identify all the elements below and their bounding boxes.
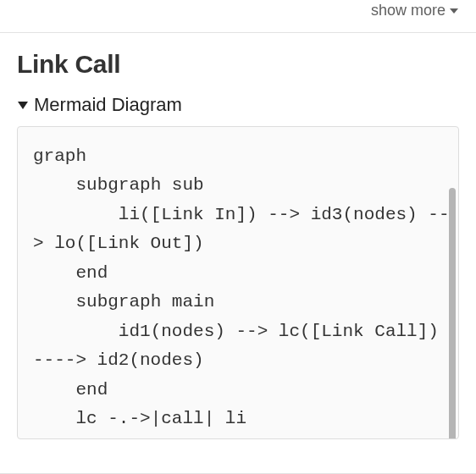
show-more-label: show more [371,2,446,19]
show-more-toggle[interactable]: show more [371,2,459,19]
code-text: graph subgraph sub li([Link In]) --> id3… [33,142,451,439]
section-container: Link Call Mermaid Diagram graph subgraph… [0,32,476,474]
details-summary-label: Mermaid Diagram [34,94,182,116]
details-summary[interactable]: Mermaid Diagram [17,94,459,116]
triangle-down-icon [17,99,29,111]
scrollbar-thumb[interactable] [449,188,456,439]
section-title: Link Call [17,50,459,79]
code-block: graph subgraph sub li([Link In]) --> id3… [17,126,459,439]
chevron-down-icon [449,7,459,15]
